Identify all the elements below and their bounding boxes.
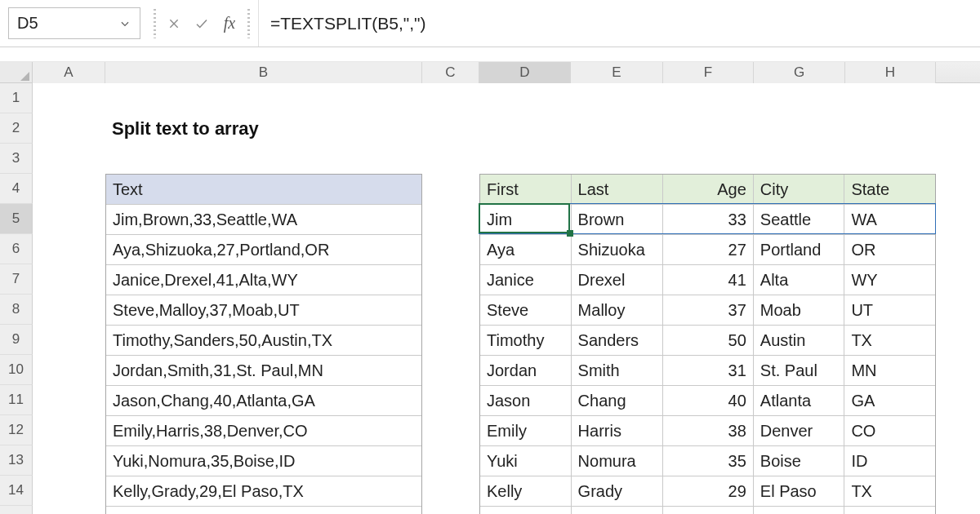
- cell-C12[interactable]: [422, 415, 479, 445]
- row-header-4[interactable]: 4: [0, 174, 33, 204]
- cell-A15[interactable]: [33, 506, 105, 514]
- split-table-cell[interactable]: Austin: [754, 326, 845, 355]
- check-icon[interactable]: [190, 7, 213, 40]
- row-header-3[interactable]: 3: [0, 144, 33, 174]
- cell-E1[interactable]: [571, 83, 663, 113]
- row-header-10[interactable]: 10: [0, 355, 33, 385]
- split-table-cell[interactable]: GA: [844, 386, 935, 415]
- split-table-cell[interactable]: Jim: [480, 205, 572, 234]
- row-header-13[interactable]: 13: [0, 445, 33, 476]
- cell-A7[interactable]: [33, 264, 105, 295]
- split-table-cell[interactable]: Boise: [754, 446, 845, 476]
- column-header-H[interactable]: H: [845, 62, 936, 83]
- cell-F1[interactable]: [663, 83, 754, 113]
- cell-A13[interactable]: [33, 445, 105, 476]
- split-table-cell[interactable]: Alta: [754, 265, 845, 295]
- row-header-14[interactable]: 14: [0, 476, 33, 506]
- cancel-icon[interactable]: [163, 7, 185, 40]
- split-table-cell[interactable]: 38: [663, 416, 754, 445]
- column-header-E[interactable]: E: [571, 62, 663, 83]
- split-table-cell[interactable]: Moab: [754, 295, 845, 325]
- split-table-cell[interactable]: Janice: [480, 265, 572, 295]
- cell-C1[interactable]: [422, 83, 479, 113]
- split-table-cell[interactable]: WA: [844, 205, 935, 234]
- cell-E2[interactable]: [571, 113, 663, 144]
- cell-C9[interactable]: [422, 325, 479, 355]
- text-table-row[interactable]: Jordan,Smith,31,St. Paul,MN: [106, 356, 421, 385]
- cell-G3[interactable]: [754, 144, 845, 174]
- split-table-cell[interactable]: Steve: [480, 295, 572, 325]
- cell-H3[interactable]: [845, 144, 936, 174]
- split-table-cell[interactable]: 37: [663, 295, 754, 325]
- cell-C10[interactable]: [422, 355, 479, 385]
- split-table-cell[interactable]: Brown: [572, 205, 664, 234]
- cell-A8[interactable]: [33, 295, 105, 325]
- row-header-7[interactable]: 7: [0, 264, 33, 295]
- split-table-cell[interactable]: Brown: [572, 507, 664, 514]
- split-table-cell[interactable]: TX: [844, 476, 935, 506]
- cell-C3[interactable]: [422, 144, 479, 174]
- cell-C7[interactable]: [422, 264, 479, 295]
- split-table-header-state[interactable]: State: [844, 175, 935, 204]
- text-table-row[interactable]: Jim,Brown,33,Seattle,WA: [106, 205, 421, 234]
- split-table-cell[interactable]: NM: [844, 507, 935, 514]
- cell-B1[interactable]: [105, 83, 422, 113]
- cell-D1[interactable]: [479, 83, 571, 113]
- cell-E3[interactable]: [571, 144, 663, 174]
- select-all-corner[interactable]: [0, 62, 33, 82]
- row-header-6[interactable]: 6: [0, 234, 33, 264]
- text-table-row[interactable]: Yuki,Nomura,35,Boise,ID: [106, 446, 421, 476]
- cell-H2[interactable]: [845, 113, 936, 144]
- split-table-cell[interactable]: Nomura: [572, 446, 664, 476]
- split-table-cell[interactable]: WY: [844, 265, 935, 295]
- split-table-cell[interactable]: Seattle: [754, 205, 845, 234]
- cell-F3[interactable]: [663, 144, 754, 174]
- cell-A12[interactable]: [33, 415, 105, 445]
- split-table-cell[interactable]: UT: [844, 295, 935, 325]
- split-table-cell[interactable]: Santa Fe: [754, 507, 845, 514]
- split-table-cell[interactable]: Grady: [572, 476, 664, 506]
- text-table-row[interactable]: Janice,Drexel,41,Alta,WY: [106, 265, 421, 295]
- cell-A5[interactable]: [33, 204, 105, 234]
- cell-A11[interactable]: [33, 385, 105, 415]
- cell-C15[interactable]: [422, 506, 479, 514]
- text-table-row[interactable]: Steve,Malloy,37,Moab,UT: [106, 295, 421, 325]
- row-header-12[interactable]: 12: [0, 415, 33, 445]
- text-table-row[interactable]: Jason,Chang,40,Atlanta,GA: [106, 386, 421, 415]
- spreadsheet-grid[interactable]: ABCDEFGH 123456789101112131415 Split tex…: [0, 62, 980, 514]
- row-header-8[interactable]: 8: [0, 295, 33, 325]
- split-table-cell[interactable]: Jason: [480, 386, 572, 415]
- split-table-cell[interactable]: 41: [663, 265, 754, 295]
- split-table-cell[interactable]: Kelly: [480, 476, 572, 506]
- cell-C4[interactable]: [422, 174, 479, 204]
- cell-F2[interactable]: [663, 113, 754, 144]
- row-header-2[interactable]: 2: [0, 113, 33, 144]
- chevron-down-icon[interactable]: [115, 14, 135, 33]
- split-table-cell[interactable]: OR: [844, 235, 935, 264]
- cell-D2[interactable]: [479, 113, 571, 144]
- split-table-cell[interactable]: Jordan: [480, 356, 572, 385]
- row-header-5[interactable]: 5: [0, 204, 33, 234]
- cell-C6[interactable]: [422, 234, 479, 264]
- column-header-C[interactable]: C: [422, 62, 479, 83]
- row-header-9[interactable]: 9: [0, 325, 33, 355]
- cell-A4[interactable]: [33, 174, 105, 204]
- cell-A2[interactable]: [33, 113, 105, 144]
- split-table-cell[interactable]: 31: [663, 356, 754, 385]
- cell-A6[interactable]: [33, 234, 105, 264]
- text-table-header[interactable]: Text: [106, 175, 421, 204]
- cell-C13[interactable]: [422, 445, 479, 476]
- column-header-D[interactable]: D: [479, 62, 571, 83]
- text-table-row[interactable]: Kelly,Grady,29,El Paso,TX: [106, 476, 421, 506]
- cell-H1[interactable]: [845, 83, 936, 113]
- cell-A9[interactable]: [33, 325, 105, 355]
- split-table-cell[interactable]: MN: [844, 356, 935, 385]
- split-table-cell[interactable]: ID: [844, 446, 935, 476]
- text-table-row[interactable]: Emily,Harris,38,Denver,CO: [106, 416, 421, 445]
- cell-C5[interactable]: [422, 204, 479, 234]
- split-table-cell[interactable]: 27: [663, 235, 754, 264]
- cell-C8[interactable]: [422, 295, 479, 325]
- split-table-cell[interactable]: Aya: [480, 235, 572, 264]
- split-table-cell[interactable]: St. Paul: [754, 356, 845, 385]
- cell-G1[interactable]: [754, 83, 845, 113]
